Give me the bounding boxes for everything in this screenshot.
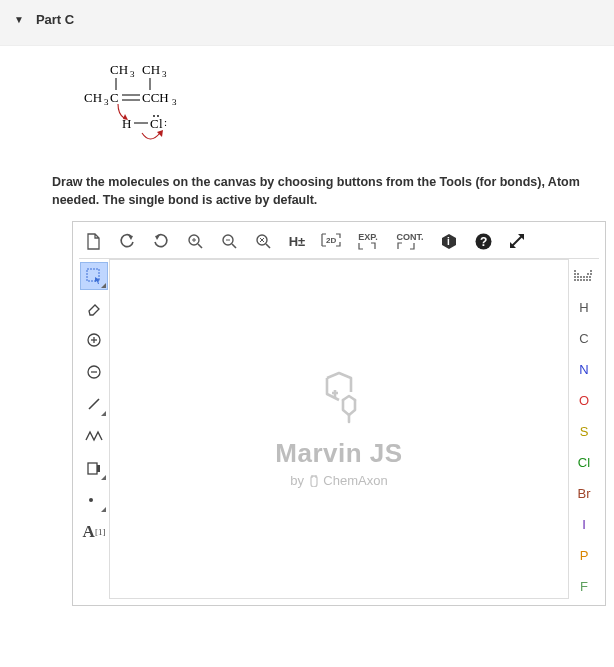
svg-point-19 [157, 115, 159, 117]
svg-line-25 [198, 244, 202, 248]
instructions-text: Draw the molecules on the canvas by choo… [52, 170, 614, 221]
template-tool[interactable] [81, 455, 107, 481]
svg-text:i: i [447, 236, 450, 247]
svg-marker-23 [155, 235, 160, 240]
abbreviation-tool[interactable]: A[1] [81, 519, 107, 545]
single-bond-tool[interactable] [81, 391, 107, 417]
svg-text:2D: 2D [326, 236, 336, 245]
svg-rect-50 [88, 463, 97, 474]
svg-rect-56 [574, 273, 576, 275]
atom-H[interactable]: H [573, 296, 595, 318]
svg-point-52 [89, 498, 93, 502]
svg-rect-67 [577, 279, 579, 281]
part-header[interactable]: ▼ Part C [0, 0, 614, 46]
hydrogen-toggle-button[interactable]: H± [287, 231, 307, 251]
svg-rect-60 [574, 276, 576, 278]
svg-rect-68 [580, 279, 582, 281]
chain-tool[interactable] [81, 423, 107, 449]
svg-text:3: 3 [172, 97, 177, 107]
canvas-byline: by ChemAxon [290, 473, 387, 488]
undo-icon[interactable] [117, 231, 137, 251]
svg-rect-57 [577, 273, 579, 275]
redo-icon[interactable] [151, 231, 171, 251]
atom-N[interactable]: N [573, 358, 595, 380]
svg-text:CH: CH [110, 62, 128, 77]
svg-rect-71 [589, 279, 591, 281]
reaction-diagram: CH3 CH3 CH3C CCH3 H Cl : [72, 60, 212, 150]
zoom-out-icon[interactable] [219, 231, 239, 251]
svg-rect-69 [583, 279, 585, 281]
expand-button[interactable]: EXP. [355, 231, 381, 251]
svg-marker-22 [128, 235, 133, 240]
svg-text:l: l [159, 116, 163, 131]
atom-S[interactable]: S [573, 420, 595, 442]
atom-O[interactable]: O [573, 389, 595, 411]
svg-rect-55 [590, 270, 592, 272]
left-toolbar: A[1] [79, 259, 109, 599]
radical-tool[interactable] [81, 487, 107, 513]
marvin-editor: H± 2D EXP. CONT. i [72, 221, 606, 606]
part-title: Part C [36, 12, 74, 27]
svg-text:CH: CH [84, 90, 102, 105]
fullscreen-icon[interactable] [507, 231, 527, 251]
svg-line-29 [232, 244, 236, 248]
atom-I[interactable]: I [573, 513, 595, 535]
svg-rect-54 [574, 270, 576, 272]
drawing-canvas[interactable]: Marvin JS by ChemAxon [109, 259, 569, 599]
view-2d-button[interactable]: 2D [321, 231, 341, 251]
svg-rect-61 [577, 276, 579, 278]
svg-rect-66 [574, 279, 576, 281]
canvas-logo-text: Marvin JS [275, 438, 402, 469]
svg-rect-65 [589, 276, 591, 278]
periodic-table-icon[interactable] [573, 265, 595, 287]
new-document-icon[interactable] [83, 231, 103, 251]
info-icon[interactable]: i [439, 231, 459, 251]
atom-C[interactable]: C [573, 327, 595, 349]
atom-palette: H C N O S Cl Br I P F [569, 259, 599, 599]
contract-button[interactable]: CONT. [395, 231, 425, 251]
svg-rect-70 [586, 279, 588, 281]
top-toolbar: H± 2D EXP. CONT. i [79, 228, 599, 258]
atom-F[interactable]: F [573, 575, 595, 597]
eraser-tool[interactable] [81, 295, 107, 321]
svg-text:CH: CH [142, 62, 160, 77]
zoom-clear-icon[interactable] [253, 231, 273, 251]
svg-rect-63 [583, 276, 585, 278]
svg-rect-59 [590, 273, 592, 275]
charge-minus-tool[interactable] [81, 359, 107, 385]
svg-text:C: C [150, 116, 159, 131]
svg-rect-64 [586, 276, 588, 278]
charge-plus-tool[interactable] [81, 327, 107, 353]
svg-text:CCH: CCH [142, 90, 169, 105]
svg-text:3: 3 [104, 97, 109, 107]
collapse-triangle-icon[interactable]: ▼ [14, 14, 24, 25]
svg-rect-58 [587, 273, 589, 275]
svg-text:C: C [110, 90, 119, 105]
svg-rect-62 [580, 276, 582, 278]
atom-Cl[interactable]: Cl [573, 451, 595, 473]
marvin-logo-icon [309, 370, 369, 426]
svg-point-18 [153, 115, 155, 117]
zoom-in-icon[interactable] [185, 231, 205, 251]
svg-text:3: 3 [162, 69, 167, 79]
help-icon[interactable]: ? [473, 231, 493, 251]
svg-text:3: 3 [130, 69, 135, 79]
atom-P[interactable]: P [573, 544, 595, 566]
svg-line-32 [266, 244, 270, 248]
selection-tool[interactable] [81, 263, 107, 289]
svg-rect-51 [97, 465, 100, 472]
svg-line-49 [89, 399, 99, 409]
atom-Br[interactable]: Br [573, 482, 595, 504]
svg-text::: : [164, 116, 167, 128]
svg-text:?: ? [480, 235, 487, 249]
